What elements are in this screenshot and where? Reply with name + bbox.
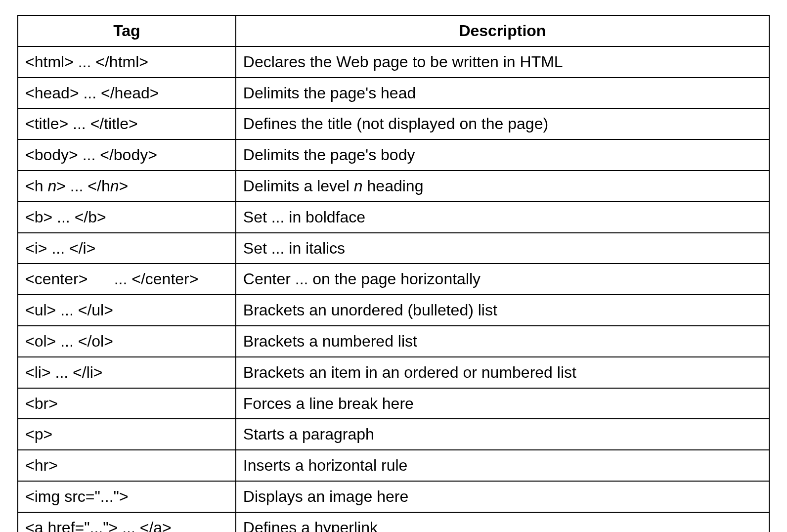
table-row: <center> ... </center> Center ... on the…	[18, 264, 769, 295]
table-row: <img src="..."> Displays an image here	[18, 481, 769, 512]
cell-tag: <li> ... </li>	[18, 357, 236, 388]
cell-tag: <title> ... </title>	[18, 108, 236, 139]
cell-desc: Starts a paragraph	[236, 419, 769, 450]
table-row: <a href="..."> ... </a> Defines a hyperl…	[18, 512, 769, 532]
cell-desc: Set ... in italics	[236, 233, 769, 264]
table-row: <i> ... </i> Set ... in italics	[18, 233, 769, 264]
cell-tag: <p>	[18, 419, 236, 450]
cell-tag: <html> ... </html>	[18, 46, 236, 78]
cell-tag: <body> ... </body>	[18, 139, 236, 171]
cell-tag: <br>	[18, 388, 236, 419]
table-row: <html> ... </html> Declares the Web page…	[18, 46, 769, 78]
cell-desc: Set ... in boldface	[236, 202, 769, 233]
table-row: <br> Forces a line break here	[18, 388, 769, 419]
cell-tag: <ol> ... </ol>	[18, 326, 236, 357]
cell-desc: Delimits a level n heading	[236, 171, 769, 202]
cell-tag: <ul> ... </ul>	[18, 295, 236, 326]
cell-desc: Brackets an item in an ordered or number…	[236, 357, 769, 388]
table-row: <body> ... </body> Delimits the page's b…	[18, 139, 769, 171]
cell-tag: <hr>	[18, 450, 236, 481]
table-row: <li> ... </li> Brackets an item in an or…	[18, 357, 769, 388]
cell-desc: Brackets an unordered (bulleted) list	[236, 295, 769, 326]
table-row: <p> Starts a paragraph	[18, 419, 769, 450]
table-row: <ul> ... </ul> Brackets an unordered (bu…	[18, 295, 769, 326]
cell-desc: Delimits the page's head	[236, 78, 769, 109]
cell-tag: <i> ... </i>	[18, 233, 236, 264]
cell-tag: <head> ... </head>	[18, 78, 236, 109]
table-header-row: Tag Description	[18, 15, 769, 46]
cell-desc: Brackets a numbered list	[236, 326, 769, 357]
cell-desc: Forces a line break here	[236, 388, 769, 419]
cell-desc: Declares the Web page to be written in H…	[236, 46, 769, 78]
table-row: <title> ... </title> Defines the title (…	[18, 108, 769, 139]
cell-desc: Defines a hyperlink	[236, 512, 769, 532]
table-row: <head> ... </head> Delimits the page's h…	[18, 78, 769, 109]
cell-tag: <center> ... </center>	[18, 264, 236, 295]
cell-tag: <img src="...">	[18, 481, 236, 512]
header-tag: Tag	[18, 15, 236, 46]
cell-tag: <h n> ... </hn>	[18, 171, 236, 202]
cell-desc: Center ... on the page horizontally	[236, 264, 769, 295]
header-description: Description	[236, 15, 769, 46]
table-row: <hr> Inserts a horizontal rule	[18, 450, 769, 481]
cell-desc: Inserts a horizontal rule	[236, 450, 769, 481]
cell-tag: <b> ... </b>	[18, 202, 236, 233]
cell-desc: Displays an image here	[236, 481, 769, 512]
cell-desc: Delimits the page's body	[236, 139, 769, 171]
cell-tag: <a href="..."> ... </a>	[18, 512, 236, 532]
table-row: <ol> ... </ol> Brackets a numbered list	[18, 326, 769, 357]
table-row: <b> ... </b> Set ... in boldface	[18, 202, 769, 233]
html-tags-table: Tag Description <html> ... </html> Decla…	[17, 15, 770, 532]
table-row: <h n> ... </hn> Delimits a level n headi…	[18, 171, 769, 202]
cell-desc: Defines the title (not displayed on the …	[236, 108, 769, 139]
